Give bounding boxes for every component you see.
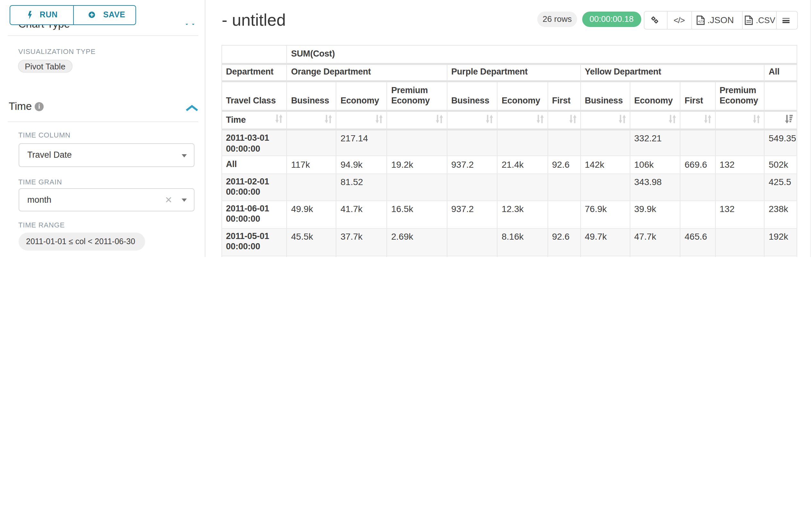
svg-text:</>: </>: [698, 19, 704, 24]
